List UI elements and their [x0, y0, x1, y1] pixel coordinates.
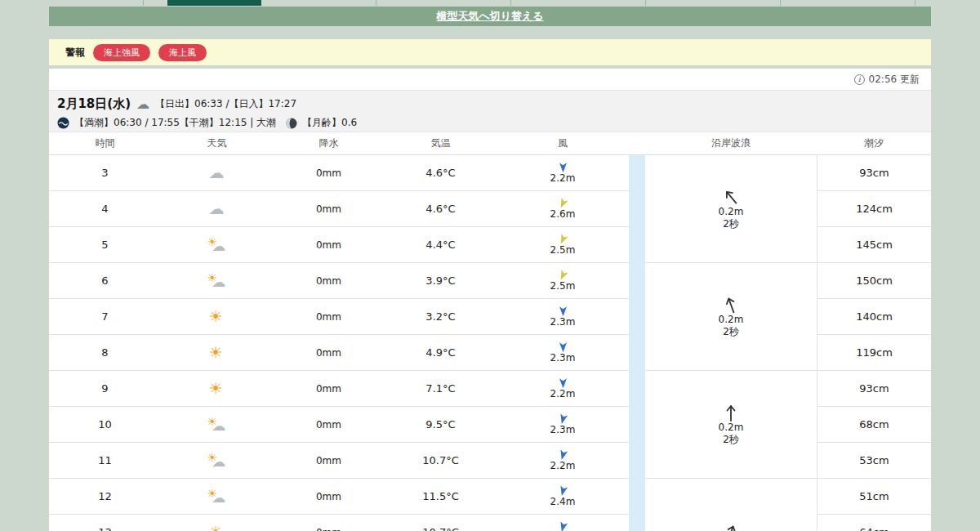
wind-speed: 2.2m	[550, 461, 576, 472]
wind-cell: 2.3m	[497, 305, 629, 328]
date-header: 2月18日(水) ☁ 【日出】06:33 /【日入】17:27 【満潮】06:3…	[49, 90, 931, 132]
sun-icon: ☀	[209, 381, 223, 396]
cloud-icon: ☁	[209, 201, 225, 216]
temp-value: 3.9°C	[385, 274, 497, 287]
wind-cell: 2.4m	[497, 484, 629, 508]
date-title: 2月18日(水)	[57, 96, 131, 112]
table-header-row: 時間 天気 降水 気温 風 沿岸波浪 潮汐	[49, 132, 931, 155]
hourly-columns: 3 ☀☁ 0mm 4.6°C 2.2m 4 ☀☁ 0mm 4.6°C 2.6m …	[49, 155, 629, 531]
warning-badge-wind[interactable]: 海上風	[158, 44, 207, 61]
precip-value: 0mm	[273, 167, 385, 179]
precip-value: 0mm	[273, 203, 385, 215]
weather-cell: ☀☁	[161, 200, 273, 218]
wind-direction-icon	[557, 377, 569, 389]
wave-period: 2秒	[723, 326, 739, 338]
cloud-icon: ☁	[212, 239, 226, 253]
update-info: i 02:56 更新	[49, 69, 931, 90]
wind-cell: 2.5m	[497, 233, 629, 257]
precip-value: 0mm	[273, 527, 385, 531]
wave-group: 0.2m 2秒	[645, 371, 817, 479]
tide-value: 140cm	[817, 299, 931, 335]
precip-value: 0mm	[273, 383, 385, 395]
wave-period: 2秒	[723, 434, 739, 446]
weather-icon: ☀☁	[207, 200, 228, 218]
wave-group: 0.2m 2秒	[645, 155, 817, 263]
wind-cell: 2.6m	[497, 197, 629, 221]
layout-switch-bar: 横型天気へ切り替える	[49, 7, 931, 26]
time-value: 8	[49, 346, 161, 359]
tide-value: 93cm	[817, 155, 931, 191]
wind-cell: 2.2m	[497, 161, 629, 185]
col-header-tide: 潮汐	[817, 136, 931, 150]
table-row: 7 ☀☁ 0mm 3.2°C 2.3m	[49, 299, 629, 335]
temp-value: 4.6°C	[385, 203, 497, 215]
temp-value: 11.5°C	[385, 490, 497, 502]
wind-cell: 2.4m	[497, 520, 629, 531]
time-value: 7	[49, 310, 161, 323]
wind-direction-icon	[557, 161, 569, 173]
weather-cell: ☀☁	[161, 380, 273, 398]
precip-value: 0mm	[273, 239, 385, 251]
temp-value: 7.1°C	[385, 382, 497, 395]
wave-height: 0.2m	[719, 422, 744, 434]
update-time: 02:56 更新	[869, 73, 920, 87]
wave-direction-icon	[719, 185, 742, 207]
warning-bar: 警報 海上強風 海上風	[49, 39, 931, 65]
col-header-time: 時間	[49, 136, 161, 150]
temp-value: 10.7°C	[385, 526, 497, 531]
moon-age: 【月齢】0.6	[302, 116, 357, 130]
tide-value: 64cm	[817, 515, 931, 531]
time-value: 5	[49, 239, 161, 251]
weather-cell: ☀☁	[161, 524, 273, 531]
table-row: 11 ☀☁ 0mm 10.7°C 2.2m	[49, 443, 629, 479]
weather-icon: ☀☁	[207, 308, 228, 326]
time-value: 4	[49, 203, 161, 215]
table-row: 10 ☀☁ 0mm 9.5°C 2.3m	[49, 407, 629, 443]
info-icon: i	[854, 74, 865, 85]
cloud-icon: ☁	[212, 275, 226, 289]
weather-icon: ☀☁	[207, 272, 228, 290]
table-row: 13 ☀☁ 0mm 10.7°C 2.4m	[49, 515, 629, 531]
warning-badge-gale[interactable]: 海上強風	[93, 44, 150, 61]
precip-value: 0mm	[273, 275, 385, 287]
sun-icon: ☀	[209, 524, 223, 531]
wind-cell: 2.2m	[497, 377, 629, 400]
weather-icon: ☀☁	[207, 524, 228, 531]
tide-value: 53cm	[817, 443, 931, 479]
weather-cell: ☀☁	[161, 344, 273, 362]
wave-group	[645, 479, 817, 531]
temp-value: 4.9°C	[385, 346, 497, 359]
column-separator-strip	[629, 155, 645, 531]
tide-value: 145cm	[817, 227, 931, 263]
wind-speed: 2.6m	[550, 209, 576, 221]
time-value: 3	[49, 167, 161, 179]
wind-speed: 2.3m	[550, 425, 576, 436]
cloud-icon: ☁	[212, 419, 226, 433]
weather-cell: ☀☁	[161, 164, 273, 182]
wind-cell: 2.3m	[497, 413, 629, 436]
warning-label: 警報	[65, 46, 85, 60]
cloud-icon: ☁	[212, 491, 226, 505]
col-header-wind: 風	[497, 136, 629, 150]
weather-cell: ☀☁	[161, 272, 273, 290]
wind-speed: 2.2m	[550, 389, 576, 400]
col-header-precip: 降水	[273, 136, 385, 150]
tide-value: 93cm	[817, 371, 931, 407]
weather-cell: ☀☁	[161, 452, 273, 470]
weather-icon: ☀☁	[207, 416, 228, 434]
table-row: 6 ☀☁ 0mm 3.9°C 2.5m	[49, 263, 629, 299]
weather-cell: ☀☁	[161, 488, 273, 506]
precip-value: 0mm	[273, 419, 385, 431]
wind-cell: 2.5m	[497, 269, 629, 292]
tide-value: 119cm	[817, 335, 931, 371]
wind-speed: 2.5m	[550, 281, 576, 292]
weather-icon: ☀☁	[207, 488, 228, 506]
active-tab-fragment	[167, 0, 261, 6]
wave-height: 0.2m	[719, 314, 744, 326]
tide-value: 68cm	[817, 407, 931, 443]
weather-icon: ☀☁	[207, 236, 228, 254]
sun-icon: ☀	[209, 345, 223, 360]
weather-icon: ☀☁	[207, 380, 228, 398]
switch-layout-link[interactable]: 横型天気へ切り替える	[436, 9, 543, 24]
cloud-icon: ☁	[209, 165, 225, 181]
